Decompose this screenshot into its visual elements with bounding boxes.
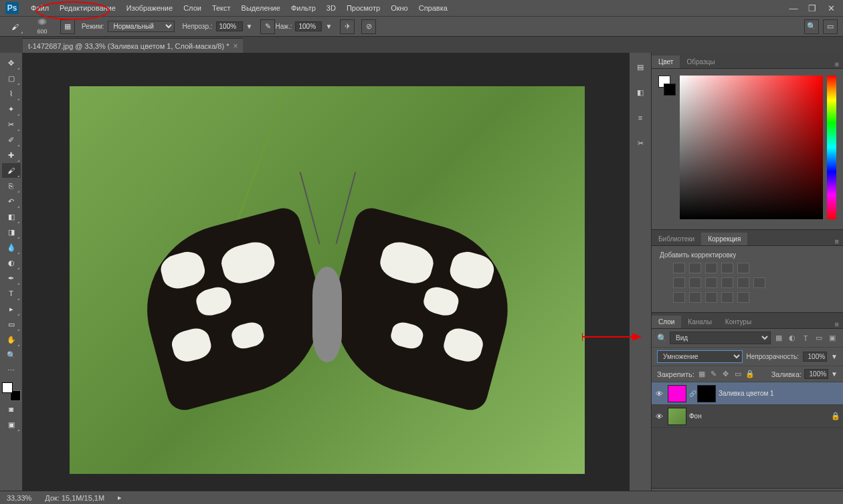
healing-tool[interactable]: ✚: [2, 148, 21, 162]
layer-blend-mode[interactable]: Умножение: [657, 350, 743, 363]
menu-select[interactable]: Выделение: [236, 4, 286, 12]
lasso-tool[interactable]: ⌇: [2, 86, 21, 101]
tab-paths[interactable]: Контуры: [719, 316, 758, 328]
history-panel-icon[interactable]: ▤: [633, 59, 648, 74]
layer-name[interactable]: Фон: [689, 412, 828, 420]
path-select-tool[interactable]: ▸: [2, 301, 21, 316]
layer-row[interactable]: 👁 🔗 Заливка цветом 1: [652, 382, 843, 405]
gradientmap-icon[interactable]: [721, 292, 733, 303]
maximize-button[interactable]: ❐: [806, 3, 819, 13]
minimize-button[interactable]: —: [787, 3, 800, 13]
photofilter-icon[interactable]: [721, 277, 733, 288]
quickmask-toggle[interactable]: ◙: [2, 402, 21, 416]
blend-mode-select[interactable]: Нормальный: [108, 21, 175, 32]
close-button[interactable]: ✕: [824, 3, 838, 13]
menu-image[interactable]: Изображение: [121, 4, 178, 12]
color-swatches[interactable]: [2, 382, 21, 401]
threshold-icon[interactable]: [705, 292, 717, 303]
tab-adjustments[interactable]: Коррекция: [701, 233, 747, 245]
tab-layers[interactable]: Слои: [652, 316, 681, 328]
brightness-icon[interactable]: [673, 263, 685, 273]
tab-libraries[interactable]: Библиотеки: [652, 233, 701, 245]
invert-icon[interactable]: [673, 292, 685, 303]
character-panel-icon[interactable]: ✂: [633, 136, 648, 150]
lock-transparent-icon[interactable]: ▦: [697, 370, 707, 379]
canvas[interactable]: [23, 53, 629, 504]
layer-mask-thumb[interactable]: [697, 385, 716, 402]
layer-name[interactable]: Заливка цветом 1: [719, 390, 839, 397]
eyedropper-tool[interactable]: ✐: [2, 132, 21, 147]
layer-row[interactable]: 👁 Фон 🔒: [652, 405, 843, 428]
hue-slider[interactable]: [827, 76, 836, 219]
filter-smart-icon[interactable]: ▣: [827, 333, 838, 344]
colorbalance-icon[interactable]: [689, 277, 701, 288]
blur-tool[interactable]: 💧: [2, 240, 21, 255]
selectivecolor-icon[interactable]: [737, 292, 749, 303]
tab-color[interactable]: Цвет: [652, 55, 680, 68]
menu-layers[interactable]: Слои: [178, 4, 207, 12]
history-brush-tool[interactable]: ↶: [2, 194, 21, 209]
current-tool-icon[interactable]: 🖌: [5, 19, 24, 34]
filter-pixel-icon[interactable]: ▦: [773, 333, 784, 344]
vibrance-icon[interactable]: [737, 263, 749, 273]
flow-input[interactable]: [295, 21, 322, 31]
lock-position-icon[interactable]: ✥: [721, 370, 731, 379]
channelmixer-icon[interactable]: [737, 277, 749, 288]
levels-icon[interactable]: [689, 263, 701, 273]
colorlookup-icon[interactable]: [753, 277, 765, 288]
brush-panel-toggle[interactable]: ▦: [60, 19, 75, 34]
menu-3d[interactable]: 3D: [321, 4, 341, 12]
properties-panel-icon[interactable]: ◧: [633, 85, 648, 100]
document-tab[interactable]: t-1472687.jpg @ 33,3% (Заливка цветом 1,…: [23, 38, 243, 53]
zoom-level[interactable]: 33,33%: [7, 494, 31, 502]
screenmode-toggle[interactable]: ▣: [2, 417, 21, 432]
menu-edit[interactable]: Редактирование: [54, 4, 121, 12]
menu-help[interactable]: Справка: [413, 4, 453, 12]
tab-close-icon[interactable]: ×: [233, 41, 238, 51]
opacity-input[interactable]: [216, 21, 243, 31]
shape-tool[interactable]: ▭: [2, 317, 21, 332]
layer-fill-thumb[interactable]: [668, 385, 686, 402]
brush-tool[interactable]: 🖌: [2, 163, 21, 178]
info-panel-icon[interactable]: ≡: [633, 110, 648, 125]
move-tool[interactable]: ✥: [2, 55, 21, 70]
doc-info[interactable]: Док: 15,1M/15,1M: [45, 494, 104, 502]
workspace-icon[interactable]: ▭: [823, 19, 838, 34]
stamp-tool[interactable]: ⎘: [2, 178, 21, 193]
brush-preview[interactable]: 600: [32, 19, 52, 35]
lock-pixels-icon[interactable]: ✎: [709, 370, 719, 379]
pressure-size-icon[interactable]: ⊘: [361, 19, 376, 34]
posterize-icon[interactable]: [689, 292, 701, 303]
fg-bg-swatch[interactable]: [658, 76, 676, 223]
menu-window[interactable]: Окно: [385, 4, 413, 12]
search-icon[interactable]: 🔍: [804, 19, 819, 34]
eraser-tool[interactable]: ◧: [2, 209, 21, 224]
visibility-icon[interactable]: 👁: [656, 390, 665, 398]
layer-fill-input[interactable]: [804, 369, 828, 379]
gradient-tool[interactable]: ◨: [2, 225, 21, 239]
quick-select-tool[interactable]: ✦: [2, 102, 21, 116]
filter-adjust-icon[interactable]: ◐: [787, 333, 798, 344]
color-field[interactable]: [680, 76, 823, 219]
edit-toolbar[interactable]: ⋯: [2, 363, 21, 378]
hand-tool[interactable]: ✋: [2, 332, 21, 347]
dodge-tool[interactable]: ◐: [2, 255, 21, 270]
bw-icon[interactable]: [705, 277, 717, 288]
menu-view[interactable]: Просмотр: [341, 4, 385, 12]
airbrush-icon[interactable]: ✈: [340, 19, 355, 34]
filter-shape-icon[interactable]: ▭: [814, 333, 824, 344]
menu-text[interactable]: Текст: [207, 4, 236, 12]
layer-opacity-input[interactable]: [803, 352, 827, 362]
panel-menu-icon[interactable]: ≡: [831, 320, 843, 328]
zoom-tool[interactable]: 🔍: [2, 348, 21, 362]
filter-type-icon[interactable]: T: [800, 333, 811, 344]
crop-tool[interactable]: ✂: [2, 117, 21, 132]
pen-tool[interactable]: ✒: [2, 271, 21, 285]
layer-filter-select[interactable]: Вид: [670, 332, 771, 344]
menu-file[interactable]: Файл: [25, 4, 54, 12]
lock-all-icon[interactable]: 🔒: [745, 370, 755, 379]
panel-menu-icon[interactable]: ≡: [831, 237, 843, 245]
marquee-tool[interactable]: ▢: [2, 71, 21, 86]
type-tool[interactable]: T: [2, 286, 21, 301]
panel-menu-icon[interactable]: ≡: [831, 60, 843, 68]
